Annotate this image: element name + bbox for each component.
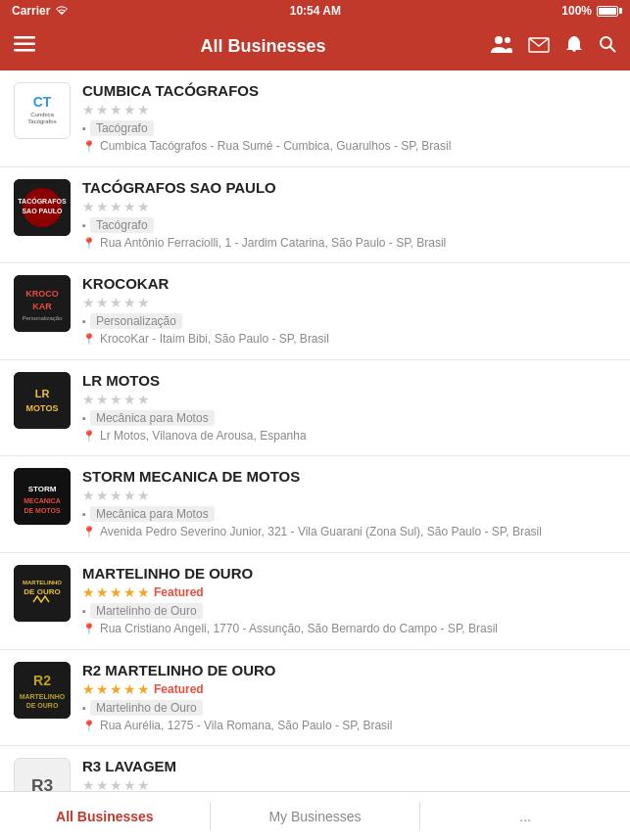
address-row: 📍 Rua Antônio Ferraciolli, 1 - Jardim Ca…: [82, 236, 616, 252]
business-info: LR MOTOS ★★★★★ ▪ Mecânica para Motos 📍 L…: [82, 372, 616, 444]
svg-text:CT: CT: [33, 94, 52, 110]
svg-point-6: [601, 37, 611, 48]
battery-icon: [597, 6, 618, 17]
address-text: KrocoKar - Itaim Bibi, São Paulo - SP, B…: [100, 332, 329, 348]
stars: ★★★★★: [82, 584, 150, 600]
hamburger-icon[interactable]: [14, 36, 35, 57]
svg-rect-30: [14, 662, 71, 719]
header-actions: [491, 34, 616, 59]
business-logo: CT Cumbica Tacógrafos: [14, 82, 71, 139]
address-row: 📍 Lr Motos, Vilanova de Arousa, Espanha: [82, 429, 616, 444]
category-text: Mecânica para Motos: [90, 410, 215, 426]
svg-text:MECANICA: MECANICA: [24, 497, 61, 504]
svg-text:MARTELINHO: MARTELINHO: [23, 580, 62, 585]
status-bar: Carrier 10:54 AM 100%: [0, 0, 630, 22]
business-name: STORM MECANICA DE MOTOS: [82, 468, 616, 485]
address-text: Rua Antônio Ferraciolli, 1 - Jardim Cata…: [100, 236, 446, 252]
rating-row: ★★★★★ Featured: [82, 584, 616, 600]
list-item[interactable]: LR MOTOS LR MOTOS ★★★★★ ▪ Mecânica para …: [0, 360, 630, 457]
svg-text:DE MOTOS: DE MOTOS: [24, 507, 61, 514]
status-bar-left: Carrier: [12, 4, 69, 19]
svg-text:DE OURO: DE OURO: [26, 702, 59, 709]
status-bar-time: 10:54 AM: [290, 4, 341, 18]
stars: ★★★★★: [82, 102, 150, 117]
address-text: Lr Motos, Vilanova de Arousa, Espanha: [100, 429, 307, 444]
svg-rect-0: [14, 36, 35, 39]
pin-icon: 📍: [82, 237, 96, 250]
list-item[interactable]: MARTELINHO DE OURO MARTELINHO DE OURO ★★…: [0, 553, 630, 650]
featured-badge: Featured: [154, 682, 204, 696]
category-row: ▪ Tacógrafo: [82, 217, 616, 233]
address-row: 📍 Rua Aurélia, 1275 - Vila Romana, São P…: [82, 719, 616, 734]
business-info: TACÓGRAFOS SAO PAULO ★★★★★ ▪ Tacógrafo 📍…: [82, 179, 616, 252]
tab-more[interactable]: ...: [420, 801, 630, 832]
business-logo: LR MOTOS: [14, 372, 71, 429]
svg-point-3: [495, 36, 503, 44]
tab-my-businesses[interactable]: My Businesses: [211, 801, 420, 832]
stars: ★★★★★: [82, 488, 150, 503]
svg-text:KAR: KAR: [32, 302, 52, 311]
business-info: CUMBICA TACÓGRAFOS ★★★★★ ▪ Tacógrafo 📍 C…: [82, 82, 616, 155]
svg-rect-20: [14, 372, 71, 429]
svg-point-4: [505, 37, 510, 43]
search-icon[interactable]: [599, 35, 616, 58]
stars: ★★★★★: [82, 681, 150, 697]
business-logo: R2 MARTELINHO DE OURO: [14, 662, 71, 719]
business-name: MARTELINHO DE OURO: [82, 565, 616, 582]
svg-text:MOTOS: MOTOS: [26, 403, 59, 413]
rating-row: ★★★★★ Featured: [82, 681, 616, 697]
category-icon: ▪: [82, 508, 86, 520]
category-text: Martelinho de Ouro: [90, 603, 203, 619]
category-row: ▪ Martelinho de Ouro: [82, 700, 616, 716]
category-row: ▪ Mecânica para Motos: [82, 506, 616, 522]
list-item[interactable]: R2 MARTELINHO DE OURO R2 MARTELINHO DE O…: [0, 650, 630, 747]
business-name: LR MOTOS: [82, 372, 616, 389]
people-icon[interactable]: [491, 35, 512, 58]
svg-text:LR: LR: [35, 388, 50, 399]
stars: ★★★★★: [82, 392, 150, 407]
svg-text:STORM: STORM: [28, 485, 57, 493]
rating-row: ★★★★★: [82, 295, 616, 310]
business-name: CUMBICA TACÓGRAFOS: [82, 82, 616, 99]
category-icon: ▪: [82, 702, 86, 714]
category-icon: ▪: [82, 219, 86, 231]
svg-rect-2: [14, 49, 35, 52]
category-icon: ▪: [82, 412, 86, 424]
svg-text:Tacógrafos: Tacógrafos: [27, 118, 56, 124]
business-logo: KROCO KAR Personalização: [14, 275, 71, 332]
bell-icon[interactable]: [565, 34, 583, 59]
category-text: Tacógrafo: [90, 120, 154, 136]
featured-badge: Featured: [154, 585, 204, 599]
business-info: STORM MECANICA DE MOTOS ★★★★★ ▪ Mecânica…: [82, 468, 616, 540]
svg-text:R2: R2: [33, 673, 51, 688]
category-icon: ▪: [82, 122, 86, 134]
svg-text:TACÓGRAFOS: TACÓGRAFOS: [18, 197, 67, 205]
svg-line-7: [610, 46, 616, 52]
list-item[interactable]: CT Cumbica Tacógrafos CUMBICA TACÓGRAFOS…: [0, 70, 630, 167]
list-item[interactable]: TACÓGRAFOS SAO PAULO TACÓGRAFOS SAO PAUL…: [0, 167, 630, 264]
pin-icon: 📍: [82, 526, 96, 538]
address-row: 📍 Avenida Pedro Severino Junior, 321 - V…: [82, 525, 616, 540]
business-info: KROCOKAR ★★★★★ ▪ Personalização 📍 KrocoK…: [82, 275, 616, 348]
mail-icon[interactable]: [528, 35, 550, 58]
svg-rect-1: [14, 42, 35, 45]
address-text: Cumbica Tacógrafos - Rua Sumé - Cumbica,…: [100, 139, 451, 155]
business-name: KROCOKAR: [82, 275, 616, 292]
category-text: Mecânica para Motos: [90, 506, 215, 522]
category-row: ▪ Mecânica para Motos: [82, 410, 616, 426]
category-text: Personalização: [90, 313, 182, 329]
stars: ★★★★★: [82, 295, 150, 310]
business-logo: MARTELINHO DE OURO: [14, 565, 71, 622]
svg-text:KROCO: KROCO: [25, 289, 59, 299]
pin-icon: 📍: [82, 623, 96, 635]
business-logo: STORM MECANICA DE MOTOS: [14, 468, 71, 525]
business-logo: TACÓGRAFOS SAO PAULO: [14, 179, 71, 236]
pin-icon: 📍: [82, 333, 96, 346]
svg-text:SAO PAULO: SAO PAULO: [22, 208, 63, 214]
rating-row: ★★★★★: [82, 392, 616, 407]
stars: ★★★★★: [82, 199, 150, 214]
list-item[interactable]: STORM MECANICA DE MOTOS STORM MECANICA D…: [0, 456, 630, 553]
tab-all-businesses[interactable]: All Businesses: [0, 801, 210, 832]
list-item[interactable]: KROCO KAR Personalização KROCOKAR ★★★★★ …: [0, 263, 630, 360]
category-text: Tacógrafo: [90, 217, 154, 233]
